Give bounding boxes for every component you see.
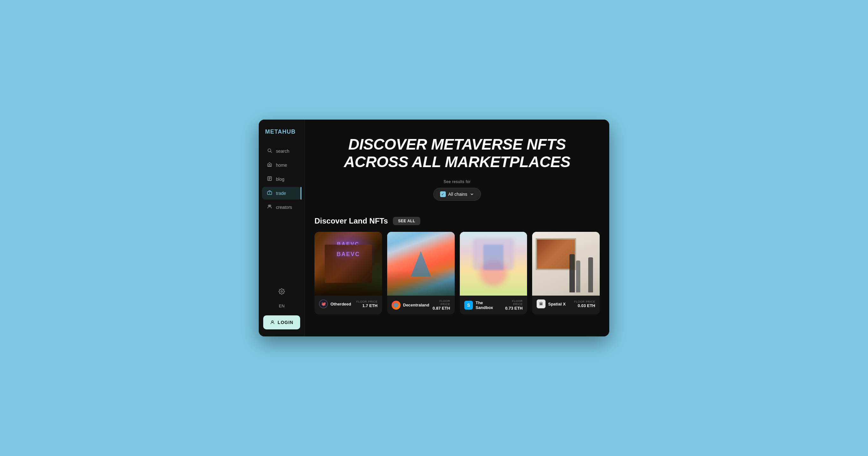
svg-point-11 <box>281 291 283 292</box>
floor-price-spatial: 0.03 ETH <box>574 303 595 308</box>
nft-card-spatial[interactable]: 🏛 Spatial X FLOOR PRICE 0.03 ETH <box>532 232 600 314</box>
nft-price-spatial: FLOOR PRICE 0.03 ETH <box>574 300 595 308</box>
see-results-label: See results for <box>443 179 471 184</box>
search-icon <box>267 148 273 154</box>
nft-image-spatial <box>532 232 600 295</box>
app-logo: METAHUB <box>259 120 305 145</box>
nft-card-sandbox[interactable]: S The Sandbox FLOOR PRICE 0.73 ETH <box>460 232 527 314</box>
floor-label-spatial: FLOOR PRICE <box>574 300 595 303</box>
sidebar: METAHUB search home <box>259 120 305 336</box>
nft-name-sandbox: The Sandbox <box>475 301 501 310</box>
floor-price-decentraland: 0.87 ETH <box>429 306 450 311</box>
nft-section: Discover Land NFTs SEE ALL BAEVC 🐙 <box>305 210 609 336</box>
nft-price-sandbox: FLOOR PRICE 0.73 ETH <box>501 300 523 311</box>
sidebar-nav: search home <box>259 145 305 282</box>
sidebar-item-trade[interactable]: trade <box>262 187 302 200</box>
nft-price-decentraland: FLOOR PRICE 0.87 ETH <box>429 300 450 311</box>
nft-image-decentraland <box>387 232 455 295</box>
nft-info-spatial: 🏛 Spatial X <box>537 300 566 308</box>
chevron-down-icon <box>470 192 474 196</box>
logo-suffix: HUB <box>282 129 296 135</box>
nft-name-decentraland: Decentraland <box>403 303 429 307</box>
svg-point-0 <box>268 149 271 152</box>
floor-label-otherdeed: FLOOR PRICE <box>356 300 378 303</box>
nft-card-footer-otherdeed: 🐙 Otherdeed FLOOR PRICE 1.7 ETH <box>314 295 382 312</box>
floor-price-otherdeed: 1.7 ETH <box>356 303 378 308</box>
floor-price-sandbox: 0.73 ETH <box>501 306 523 311</box>
svg-line-1 <box>271 151 272 153</box>
nft-image-sandbox <box>460 232 527 295</box>
sidebar-trade-label: trade <box>276 191 286 196</box>
login-button[interactable]: LOGIN <box>263 315 300 330</box>
settings-button[interactable] <box>262 285 302 298</box>
sidebar-item-blog[interactable]: blog <box>262 173 302 186</box>
nft-avatar-otherdeed: 🐙 <box>319 300 328 308</box>
nft-info-otherdeed: 🐙 Otherdeed <box>319 300 351 308</box>
hero-title-line1: DISCOVER METAVERSE NFTs <box>344 136 570 153</box>
nft-info-sandbox: S The Sandbox <box>464 301 501 310</box>
active-indicator <box>301 187 302 200</box>
chain-selector-label: All chains <box>448 192 467 197</box>
nft-avatar-sandbox: S <box>464 301 473 310</box>
login-label: LOGIN <box>278 320 293 325</box>
svg-point-10 <box>270 205 271 206</box>
language-label: EN <box>279 304 284 308</box>
chain-check-icon: ✓ <box>440 191 446 197</box>
logo-prefix: META <box>265 129 282 135</box>
sidebar-blog-label: blog <box>276 177 284 182</box>
sidebar-item-creators[interactable]: creators <box>262 201 302 213</box>
trade-icon <box>267 190 273 196</box>
nft-grid: BAEVC 🐙 Otherdeed FLOOR PRICE 1.7 ETH <box>314 232 600 314</box>
nft-card-otherdeed[interactable]: BAEVC 🐙 Otherdeed FLOOR PRICE 1.7 ETH <box>314 232 382 314</box>
language-selector[interactable]: EN <box>262 301 302 311</box>
sidebar-search-label: search <box>276 149 289 154</box>
nft-avatar-spatial: 🏛 <box>537 300 546 308</box>
hero-title-line2: ACROSS ALL MARKETPLACES <box>344 153 570 171</box>
nft-avatar-decentraland: 🌐 <box>392 301 401 310</box>
nft-info-decentraland: 🌐 Decentraland <box>392 301 429 310</box>
sidebar-item-home[interactable]: home <box>262 159 302 172</box>
nft-name-otherdeed: Otherdeed <box>331 302 351 307</box>
chain-selector-button[interactable]: ✓ All chains <box>433 188 481 201</box>
nft-name-spatial: Spatial X <box>548 302 566 307</box>
nft-price-otherdeed: FLOOR PRICE 1.7 ETH <box>356 300 378 308</box>
sidebar-bottom: EN LOGIN <box>259 282 305 336</box>
home-icon <box>267 162 273 168</box>
sidebar-creators-label: creators <box>276 205 292 210</box>
nft-card-footer-decentraland: 🌐 Decentraland FLOOR PRICE 0.87 ETH <box>387 295 455 314</box>
sidebar-item-search[interactable]: search <box>262 145 302 158</box>
svg-point-12 <box>272 321 273 322</box>
hero-title: DISCOVER METAVERSE NFTs ACROSS ALL MARKE… <box>344 136 570 171</box>
creators-icon <box>267 204 273 210</box>
sidebar-home-label: home <box>276 163 287 168</box>
nft-image-otherdeed: BAEVC <box>314 232 382 295</box>
floor-label-decentraland: FLOOR PRICE <box>429 300 450 306</box>
blog-icon <box>267 176 273 182</box>
see-all-button[interactable]: SEE ALL <box>393 217 420 225</box>
section-title: Discover Land NFTs <box>314 217 388 225</box>
browser-window: METAHUB search home <box>259 120 609 336</box>
nft-card-footer-spatial: 🏛 Spatial X FLOOR PRICE 0.03 ETH <box>532 295 600 312</box>
floor-label-sandbox: FLOOR PRICE <box>501 300 523 306</box>
nft-card-footer-sandbox: S The Sandbox FLOOR PRICE 0.73 ETH <box>460 295 527 314</box>
section-header: Discover Land NFTs SEE ALL <box>314 217 600 225</box>
hero-section: DISCOVER METAVERSE NFTs ACROSS ALL MARKE… <box>305 120 609 210</box>
nft-card-decentraland[interactable]: 🌐 Decentraland FLOOR PRICE 0.87 ETH <box>387 232 455 314</box>
main-content: DISCOVER METAVERSE NFTs ACROSS ALL MARKE… <box>305 120 609 336</box>
